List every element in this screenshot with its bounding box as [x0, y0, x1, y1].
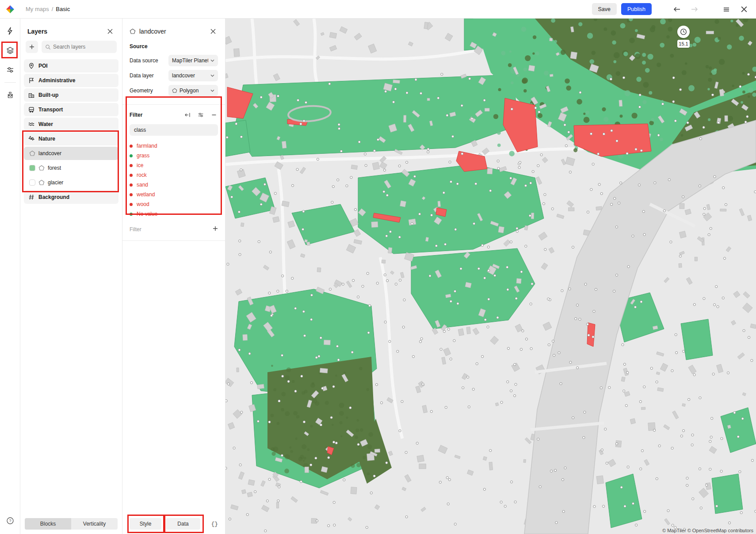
layer-group-nature[interactable]: Nature [24, 132, 118, 145]
layer-group-transport[interactable]: Transport [24, 103, 118, 116]
history-clock-button[interactable] [677, 26, 690, 38]
map-attribution[interactable]: © MapTiler © OpenStreetMap contributors [662, 528, 753, 533]
maptiler-logo[interactable] [5, 4, 15, 14]
layer-item-landcover[interactable]: landcover [24, 147, 118, 160]
layer-group-background[interactable]: Background [24, 191, 118, 204]
value-label: wood [137, 201, 149, 207]
layers-panel-close-button[interactable] [105, 27, 115, 36]
layer-group-label: Transport [38, 107, 63, 113]
tab-blocks[interactable]: Blocks [25, 518, 71, 530]
undo-button[interactable] [670, 3, 683, 16]
layers-panel: Layers POI Administrative [20, 19, 122, 534]
app-window: My maps / Basic Save Publish [0, 0, 756, 534]
map-canvas[interactable]: 15.1 © MapTiler © OpenStreetMap contribu… [225, 19, 756, 534]
flash-icon [6, 27, 14, 35]
geometry-field: Geometry Polygon [122, 83, 225, 98]
layer-item-forest[interactable]: forest [24, 161, 118, 175]
redo-button[interactable] [688, 3, 701, 16]
maptiler-logo-icon [6, 5, 15, 14]
layers-search-row [20, 41, 122, 53]
geometry-select[interactable]: Polygon [168, 85, 218, 96]
source-section-heading: Source [122, 42, 225, 53]
plus-icon [213, 226, 218, 231]
layer-group-administrative[interactable]: Administrative [24, 74, 118, 87]
menu-button[interactable] [720, 3, 733, 16]
save-button[interactable]: Save [592, 3, 617, 15]
data-source-label: Data source [130, 57, 158, 64]
hamburger-icon [723, 6, 730, 13]
pin-icon [28, 63, 34, 69]
search-layers-input[interactable] [42, 41, 117, 53]
forest-color-swatch [29, 165, 35, 171]
value-label: farmland [137, 143, 157, 149]
modules-button[interactable] [3, 88, 17, 102]
filter-value-sand[interactable]: sand [130, 180, 218, 190]
help-button[interactable]: ? [3, 514, 17, 528]
filter-remove-button[interactable] [210, 111, 218, 119]
filter-class-value: class [134, 127, 146, 133]
water-icon [28, 121, 34, 127]
data-source-select[interactable]: MapTiler Planet [168, 55, 218, 66]
value-dot [130, 183, 133, 187]
filter-settings-button[interactable] [197, 111, 205, 119]
layer-group-label: Built-up [38, 92, 58, 98]
close-icon [741, 6, 747, 12]
value-label: rock [137, 172, 147, 178]
layer-group-built-up[interactable]: Built-up [24, 88, 118, 102]
value-dot [130, 164, 133, 167]
filter-value-wetland[interactable]: wetland [130, 190, 218, 199]
divider [122, 240, 225, 241]
breadcrumb-my-maps[interactable]: My maps [26, 6, 49, 12]
close-editor-button[interactable] [737, 3, 751, 16]
polygon-icon [38, 179, 45, 186]
tab-style[interactable]: Style [130, 518, 161, 530]
search-icon [45, 44, 51, 50]
value-label: No value [137, 211, 157, 217]
adjustments-button[interactable] [3, 63, 17, 77]
layer-item-glacier[interactable]: glacier [24, 176, 118, 189]
zoom-level-badge: 15.1 [677, 40, 690, 48]
puzzle-icon [6, 91, 14, 99]
filter-value-no-value[interactable]: No value [130, 209, 218, 219]
layer-group-poi[interactable]: POI [24, 59, 118, 72]
layers-panel-button[interactable] [3, 43, 17, 57]
filter-collapse-button[interactable] [183, 111, 191, 119]
filter-value-grass[interactable]: grass [130, 151, 218, 160]
chevron-down-icon [210, 59, 214, 62]
geometry-value: Polygon [179, 88, 208, 94]
glacier-color-swatch [29, 179, 35, 186]
detail-panel-close-button[interactable] [208, 27, 218, 36]
layer-item-label: forest [48, 165, 61, 171]
close-icon [107, 29, 113, 34]
value-dot [130, 145, 133, 148]
tab-data[interactable]: Data [166, 518, 200, 530]
quick-actions-button[interactable] [3, 24, 17, 38]
data-layer-field: Data layer landcover [122, 68, 225, 83]
chevron-down-icon [210, 89, 214, 92]
close-icon [210, 29, 216, 34]
data-layer-select[interactable]: landcover [168, 70, 218, 81]
filter-class-field[interactable]: class [130, 124, 218, 136]
layer-group-list: POI Administrative Built-up Transport Wa… [20, 53, 122, 204]
detail-panel-footer: Style Data {} [130, 518, 218, 530]
layer-detail-panel: landcover Source Data source MapTiler Pl… [122, 19, 225, 534]
publish-button[interactable]: Publish [621, 3, 652, 15]
add-filter-button[interactable] [213, 226, 218, 233]
data-layer-label: Data layer [130, 72, 154, 79]
layer-group-water[interactable]: Water [24, 118, 118, 131]
basemap [225, 19, 756, 534]
filter-value-farmland[interactable]: farmland [130, 141, 218, 151]
add-layer-button[interactable] [26, 41, 38, 53]
filter-value-wood[interactable]: wood [130, 199, 218, 209]
tool-rail: ? [0, 19, 20, 534]
polygon-icon [38, 165, 45, 171]
detail-panel-title: landcover [139, 28, 166, 35]
filter-value-rock[interactable]: rock [130, 170, 218, 180]
filter-value-ice[interactable]: ice [130, 160, 218, 170]
flag-icon [28, 77, 34, 84]
breadcrumb-current-map: Basic [56, 6, 70, 12]
layers-panel-footer: Blocks Verticality [25, 518, 118, 530]
tab-verticality[interactable]: Verticality [71, 518, 118, 530]
layers-search-box [42, 41, 117, 53]
json-code-button[interactable]: {} [211, 521, 218, 527]
